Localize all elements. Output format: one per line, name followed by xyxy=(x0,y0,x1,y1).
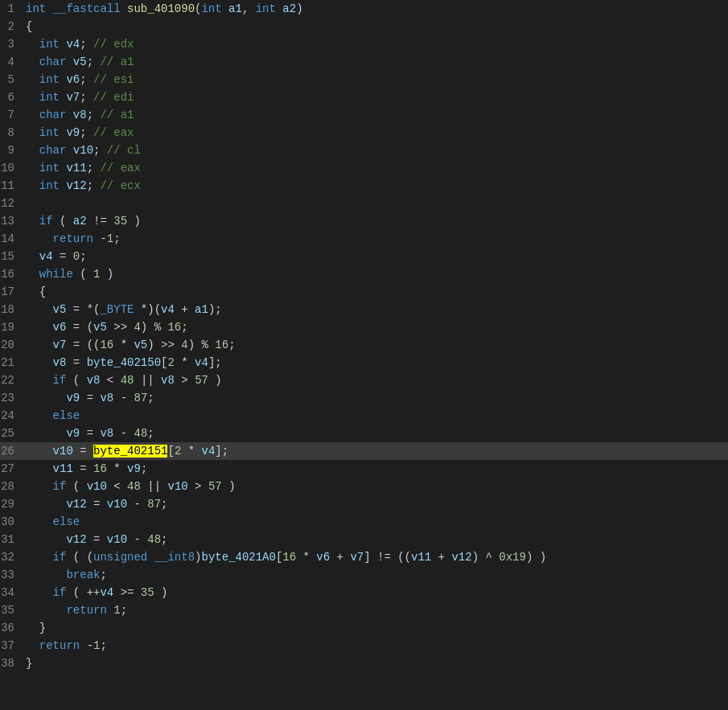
line-number: 2 xyxy=(0,20,23,33)
line-number: 4 xyxy=(0,55,23,68)
line-number: 13 xyxy=(0,215,23,228)
line-content: v10 = byte_402151[2 * v4]; xyxy=(23,445,728,458)
code-line: 34 if ( ++v4 >= 35 ) xyxy=(0,584,728,601)
code-line: 15 v4 = 0; xyxy=(0,248,728,265)
line-content: v12 = v10 - 48; xyxy=(23,533,728,546)
code-line: 11 int v12; // ecx xyxy=(0,177,728,195)
line-number: 32 xyxy=(0,551,23,564)
line-number: 25 xyxy=(0,427,23,440)
line-content: int v7; // edi xyxy=(23,91,728,104)
line-content: if ( a2 != 35 ) xyxy=(23,215,728,228)
line-number: 17 xyxy=(0,285,23,298)
code-line: 20 v7 = ((16 * v5) >> 4) % 16; xyxy=(0,336,728,354)
line-content: else xyxy=(23,515,728,528)
line-content: v12 = v10 - 87; xyxy=(23,498,728,511)
line-number: 12 xyxy=(0,197,23,210)
line-content: if ( v8 < 48 || v8 > 57 ) xyxy=(23,374,728,387)
code-editor: 1int __fastcall sub_401090(int a1, int a… xyxy=(0,0,728,710)
line-number: 31 xyxy=(0,533,23,546)
line-content: { xyxy=(23,20,728,33)
line-number: 11 xyxy=(0,179,23,192)
line-number: 9 xyxy=(0,144,23,157)
line-content: return -1; xyxy=(23,639,728,652)
line-number: 21 xyxy=(0,356,23,369)
line-content: int v6; // esi xyxy=(23,73,728,86)
code-line: 5 int v6; // esi xyxy=(0,71,728,88)
line-number: 19 xyxy=(0,321,23,334)
line-content: v9 = v8 - 87; xyxy=(23,392,728,404)
code-line: 38} xyxy=(0,655,728,672)
code-line: 32 if ( (unsigned __int8)byte_4021A0[16 … xyxy=(0,548,728,566)
line-content: int v9; // eax xyxy=(23,126,728,139)
line-number: 24 xyxy=(0,409,23,422)
line-number: 23 xyxy=(0,392,23,404)
line-content: v5 = *(_BYTE *)(v4 + a1); xyxy=(23,303,728,316)
code-line: 6 int v7; // edi xyxy=(0,88,728,106)
code-line: 21 v8 = byte_402150[2 * v4]; xyxy=(0,354,728,371)
line-number: 10 xyxy=(0,162,23,174)
line-content: } xyxy=(23,622,728,634)
code-line: 16 while ( 1 ) xyxy=(0,265,728,283)
line-content: v4 = 0; xyxy=(23,250,728,263)
line-number: 7 xyxy=(0,109,23,121)
line-number: 33 xyxy=(0,568,23,581)
line-content: } xyxy=(23,657,728,670)
line-number: 3 xyxy=(0,38,23,51)
code-line: 26 v10 = byte_402151[2 * v4]; xyxy=(0,442,728,460)
line-content: int v4; // edx xyxy=(23,38,728,51)
code-line: 35 return 1; xyxy=(0,601,728,619)
line-content: v7 = ((16 * v5) >> 4) % 16; xyxy=(23,339,728,351)
line-content: int __fastcall sub_401090(int a1, int a2… xyxy=(23,2,728,15)
line-number: 27 xyxy=(0,462,23,475)
line-content: v9 = v8 - 48; xyxy=(23,427,728,440)
line-number: 14 xyxy=(0,232,23,245)
line-number: 6 xyxy=(0,91,23,104)
code-line: 13 if ( a2 != 35 ) xyxy=(0,212,728,230)
code-line: 17 { xyxy=(0,283,728,301)
code-line: 31 v12 = v10 - 48; xyxy=(0,531,728,548)
line-content: while ( 1 ) xyxy=(23,268,728,281)
line-content: v11 = 16 * v9; xyxy=(23,462,728,475)
line-number: 37 xyxy=(0,639,23,652)
line-number: 28 xyxy=(0,480,23,493)
code-line: 9 char v10; // cl xyxy=(0,142,728,159)
code-line: 27 v11 = 16 * v9; xyxy=(0,460,728,478)
line-number: 22 xyxy=(0,374,23,387)
line-content: return -1; xyxy=(23,232,728,245)
code-line: 2{ xyxy=(0,18,728,35)
line-number: 30 xyxy=(0,515,23,528)
line-number: 16 xyxy=(0,268,23,281)
code-line: 14 return -1; xyxy=(0,230,728,248)
code-line: 24 else xyxy=(0,407,728,425)
code-line: 36 } xyxy=(0,619,728,637)
code-line: 3 int v4; // edx xyxy=(0,35,728,53)
code-line: 22 if ( v8 < 48 || v8 > 57 ) xyxy=(0,371,728,389)
code-line: 18 v5 = *(_BYTE *)(v4 + a1); xyxy=(0,301,728,318)
line-content: int v11; // eax xyxy=(23,162,728,174)
line-number: 15 xyxy=(0,250,23,263)
line-number: 18 xyxy=(0,303,23,316)
code-line: 12 xyxy=(0,195,728,212)
code-line: 10 int v11; // eax xyxy=(0,159,728,177)
line-content: break; xyxy=(23,568,728,581)
line-content: else xyxy=(23,409,728,422)
line-number: 35 xyxy=(0,604,23,617)
line-number: 34 xyxy=(0,586,23,599)
code-line: 28 if ( v10 < 48 || v10 > 57 ) xyxy=(0,478,728,495)
line-content: char v10; // cl xyxy=(23,144,728,157)
line-content: char v5; // a1 xyxy=(23,55,728,68)
code-line: 37 return -1; xyxy=(0,637,728,655)
code-line: 33 break; xyxy=(0,566,728,584)
code-line: 19 v6 = (v5 >> 4) % 16; xyxy=(0,318,728,336)
line-number: 26 xyxy=(0,445,23,458)
line-number: 29 xyxy=(0,498,23,511)
code-line: 8 int v9; // eax xyxy=(0,124,728,142)
line-content: return 1; xyxy=(23,604,728,617)
line-number: 1 xyxy=(0,2,23,15)
code-line: 1int __fastcall sub_401090(int a1, int a… xyxy=(0,0,728,18)
line-content: char v8; // a1 xyxy=(23,109,728,121)
line-number: 38 xyxy=(0,657,23,670)
line-content: if ( ++v4 >= 35 ) xyxy=(23,586,728,599)
code-line: 23 v9 = v8 - 87; xyxy=(0,389,728,407)
line-content: int v12; // ecx xyxy=(23,179,728,192)
